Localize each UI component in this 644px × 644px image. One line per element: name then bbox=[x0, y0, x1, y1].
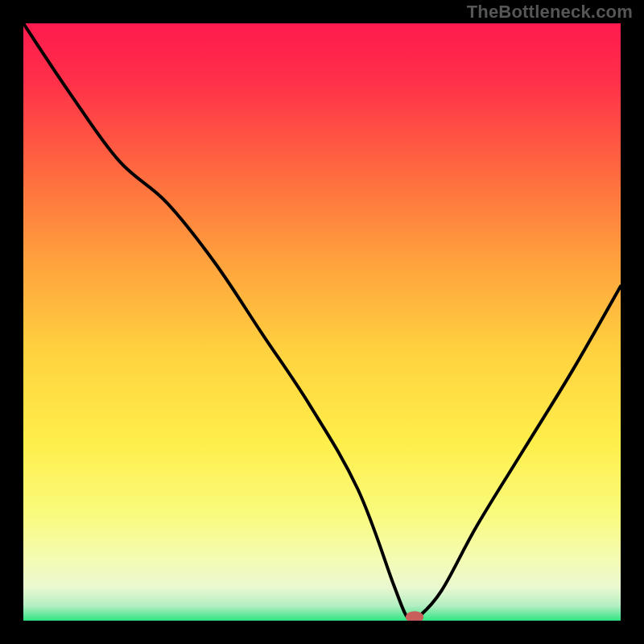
gradient-background bbox=[23, 23, 621, 621]
chart-frame: TheBottleneck.com bbox=[0, 0, 644, 644]
chart-plot bbox=[23, 23, 621, 621]
watermark-text: TheBottleneck.com bbox=[467, 2, 633, 23]
